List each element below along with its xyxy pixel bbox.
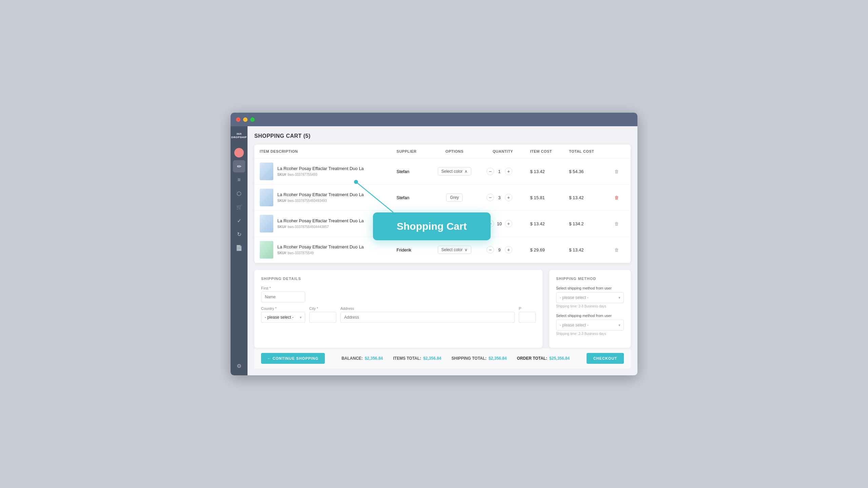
- maximize-btn[interactable]: [250, 117, 255, 122]
- item-description: La Rcoher Posay Effaclar Treatment Duo L…: [260, 215, 386, 232]
- cart-table-container: ITEM DESCRIPTION SUPPLIER OPTIONS QUANTI…: [254, 145, 631, 263]
- total-cost: $ 54.36: [564, 158, 606, 185]
- col-header-item: ITEM DESCRIPTION: [254, 145, 391, 158]
- sidebar-item-cart[interactable]: 🛒: [233, 201, 245, 213]
- avatar-icon: [234, 148, 244, 157]
- checkout-btn[interactable]: CHECKOUT: [587, 353, 624, 364]
- app-window: 365DROPSHIP ✏ ≡ ⬡ 🛒 ✓ ↻ 📄: [231, 113, 637, 375]
- item-cost: $ 29.69: [525, 237, 564, 263]
- sidebar-item-doc[interactable]: 📄: [233, 242, 245, 254]
- sku-label: SKU#: [277, 199, 287, 203]
- qty-value: 3: [497, 195, 502, 200]
- chevron-up-icon: ∧: [465, 169, 468, 174]
- shipping-select-1[interactable]: - please select -: [556, 292, 624, 303]
- sync-icon: ↻: [237, 231, 241, 238]
- trash-icon: 🗑: [614, 221, 619, 226]
- items-total: ITEMS TOTAL: $2,356.84: [393, 356, 441, 361]
- col-header-total-cost: TOTAL COST: [564, 145, 606, 158]
- qty-increase-btn[interactable]: +: [505, 220, 512, 227]
- items-total-value: $2,356.84: [423, 356, 441, 361]
- country-select[interactable]: - please select -: [261, 312, 305, 323]
- item-name: La Rcoher Posay Effaclar Treatment Duo L…: [277, 192, 364, 197]
- item-thumbnail: [260, 163, 273, 180]
- item-sku: bws-333787755493: [288, 173, 317, 176]
- sidebar-item-cube[interactable]: ⬡: [233, 187, 245, 200]
- quantity-control: − 10 +: [487, 220, 519, 227]
- table-row: La Rcoher Posay Effaclar Treatment Duo L…: [254, 158, 631, 185]
- supplier: Franz: [391, 211, 428, 237]
- country-group: Country * - please select -: [261, 306, 305, 323]
- delete-btn[interactable]: 🗑: [612, 167, 622, 176]
- trash-icon: 🗑: [614, 247, 619, 252]
- items-total-label: ITEMS TOTAL:: [393, 356, 421, 361]
- list-icon: ≡: [237, 177, 240, 183]
- address-input[interactable]: [340, 312, 515, 323]
- col-header-quantity: QUANTITY: [481, 145, 525, 158]
- cube-icon: ⬡: [237, 190, 241, 197]
- sidebar-item-sync[interactable]: ↻: [233, 228, 245, 240]
- lower-section: SHIPPING DETAILS First * Country *: [254, 270, 631, 348]
- qty-value: 9: [497, 247, 502, 252]
- item-description: La Rcoher Posay Effaclar Treatment Duo L…: [260, 189, 386, 206]
- delete-btn[interactable]: 🗑: [612, 219, 622, 228]
- continue-shopping-btn[interactable]: ← CONTINUE SHOPPING: [261, 353, 325, 364]
- minimize-btn[interactable]: [243, 117, 248, 122]
- item-cost: $ 15.81: [525, 185, 564, 211]
- form-row-name: First *: [261, 286, 536, 302]
- color-select-btn[interactable]: Select color ∨: [438, 246, 472, 254]
- postal-input[interactable]: [519, 312, 536, 323]
- item-sku: bws-3337875549: [288, 251, 314, 255]
- balance-label: BALANCE:: [341, 356, 363, 361]
- shipping-total-value: $2,356.84: [489, 356, 507, 361]
- shipping-total-label: SHIPPING TOTAL:: [452, 356, 487, 361]
- item-thumbnail: [260, 189, 273, 206]
- logo: 365DROPSHIP: [233, 130, 245, 142]
- color-select-btn[interactable]: Select color ∧: [438, 167, 472, 175]
- item-cost: $ 13.42: [525, 211, 564, 237]
- shipping-time-2: Shipping time: 2-3 Business days: [556, 332, 624, 336]
- qty-decrease-btn[interactable]: −: [487, 220, 494, 227]
- sidebar-item-edit[interactable]: ✏: [233, 160, 245, 172]
- balance-total: BALANCE: $2,356.84: [341, 356, 383, 361]
- quantity-control: − 9 +: [487, 246, 519, 254]
- sidebar-item-avatar[interactable]: [233, 147, 245, 159]
- shipping-total: SHIPPING TOTAL: $2,356.84: [452, 356, 507, 361]
- sidebar-item-settings[interactable]: ⚙: [233, 360, 245, 372]
- order-total: ORDER TOTAL: $25,356.84: [517, 356, 570, 361]
- footer-bar: ← CONTINUE SHOPPING BALANCE: $2,356.84 I…: [254, 348, 631, 369]
- qty-value: 10: [497, 221, 502, 226]
- postal-group: P: [519, 306, 536, 323]
- qty-increase-btn[interactable]: +: [505, 168, 512, 175]
- first-name-group: First *: [261, 286, 536, 302]
- check-icon: ✓: [237, 218, 241, 224]
- shipping-option-1-label: Select shipping method from user: [556, 286, 624, 290]
- sidebar-item-list[interactable]: ≡: [233, 174, 245, 186]
- first-name-input[interactable]: [261, 292, 305, 302]
- cart-icon: 🛒: [236, 204, 242, 210]
- city-input[interactable]: [309, 312, 336, 323]
- qty-decrease-btn[interactable]: −: [487, 168, 494, 175]
- shipping-method-panel: SHIPPING METHOD Select shipping method f…: [549, 270, 631, 348]
- shipping-select-1-wrapper: - please select -: [556, 292, 624, 303]
- qty-decrease-btn[interactable]: −: [487, 246, 494, 254]
- address-label: Address: [340, 306, 515, 311]
- main-content: SHOPPING CART (5) ITEM DESCRIPTION SUPPL…: [248, 126, 637, 375]
- shipping-select-2[interactable]: - please select -: [556, 320, 624, 331]
- qty-increase-btn[interactable]: +: [505, 194, 512, 201]
- qty-increase-btn[interactable]: +: [505, 246, 512, 254]
- sidebar-item-check[interactable]: ✓: [233, 214, 245, 227]
- delete-btn[interactable]: 🗑: [612, 193, 622, 202]
- close-btn[interactable]: [236, 117, 240, 122]
- col-header-actions: [607, 145, 631, 158]
- qty-decrease-btn[interactable]: −: [487, 194, 494, 201]
- select-color-label: Select color: [441, 169, 463, 174]
- order-total-label: ORDER TOTAL:: [517, 356, 547, 361]
- delete-btn[interactable]: 🗑: [612, 245, 622, 255]
- city-group: City *: [309, 306, 336, 323]
- select-color-label: Select color: [441, 247, 463, 252]
- sidebar: 365DROPSHIP ✏ ≡ ⬡ 🛒 ✓ ↻ 📄: [231, 126, 248, 375]
- col-header-options: OPTIONS: [428, 145, 481, 158]
- shipping-time-1: Shipping time: 2-3 Business days: [556, 304, 624, 308]
- footer-totals: BALANCE: $2,356.84 ITEMS TOTAL: $2,356.8…: [325, 356, 587, 361]
- cart-table: ITEM DESCRIPTION SUPPLIER OPTIONS QUANTI…: [254, 145, 631, 263]
